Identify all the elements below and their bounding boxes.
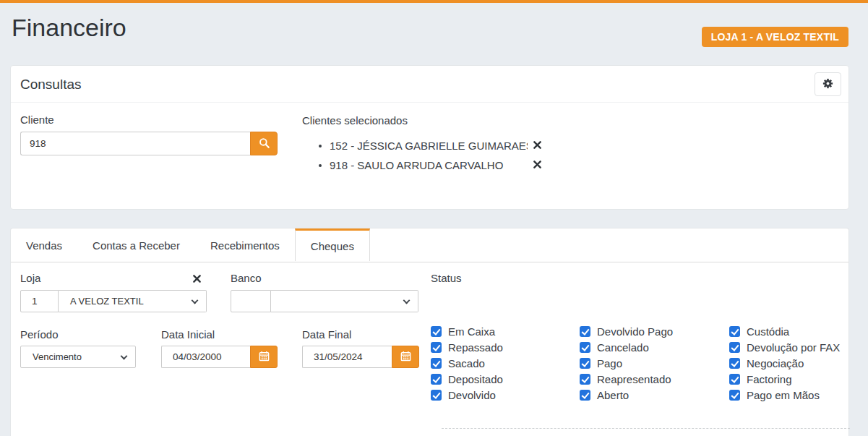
status-option[interactable]: Pago em Mãos xyxy=(729,390,840,401)
status-option[interactable]: Repassado xyxy=(431,342,503,353)
calendar-icon xyxy=(259,351,270,364)
checkbox-checked-icon[interactable] xyxy=(729,326,740,337)
calendar-icon xyxy=(400,351,411,364)
selected-client-item: 918 - SAULO ARRUDA CARVALHO xyxy=(319,155,541,175)
loja-select-value: A VELOZ TEXTIL xyxy=(70,296,144,307)
checkbox-checked-icon[interactable] xyxy=(580,358,590,369)
chevron-down-icon xyxy=(403,296,411,304)
chevron-down-icon xyxy=(192,296,199,304)
periodo-select-value: Vencimento xyxy=(33,351,82,362)
loja-field-group: A VELOZ TEXTIL xyxy=(20,290,207,312)
data-final-label: Data Final xyxy=(302,328,351,341)
status-option[interactable]: Devolução por FAX xyxy=(729,342,840,353)
settings-button[interactable] xyxy=(815,72,841,96)
data-final-calendar-button[interactable] xyxy=(392,346,419,368)
selected-client-label: 152 - JÉSSICA GABRIELLE GUIMARAES ... xyxy=(330,140,528,152)
cliente-search-button[interactable] xyxy=(250,132,278,155)
status-option[interactable]: Depositado xyxy=(431,374,503,385)
data-inicial-label: Data Inicial xyxy=(161,328,215,341)
clientes-selecionados-label: Clientes selecionados xyxy=(302,114,408,127)
checkbox-checked-icon[interactable] xyxy=(431,342,442,353)
remove-client-button[interactable] xyxy=(533,160,541,171)
checkbox-checked-icon[interactable] xyxy=(431,390,442,401)
checkbox-checked-icon[interactable] xyxy=(729,342,740,353)
checkbox-checked-icon[interactable] xyxy=(431,326,442,337)
tab-recebimentos[interactable]: Recebimentos xyxy=(195,228,295,262)
store-badge[interactable]: LOJA 1 - A VELOZ TEXTIL xyxy=(702,27,848,47)
checkbox-checked-icon[interactable] xyxy=(431,358,442,369)
consultas-title: Consultas xyxy=(20,66,82,103)
selected-client-item: 152 - JÉSSICA GABRIELLE GUIMARAES ... xyxy=(319,136,541,155)
tab-vendas[interactable]: Vendas xyxy=(11,228,77,262)
close-icon xyxy=(533,140,541,151)
consultas-panel-header: Consultas xyxy=(11,66,848,103)
status-option[interactable]: Factoring xyxy=(729,374,840,385)
checkbox-checked-icon[interactable] xyxy=(729,374,740,385)
status-column-3: Custódia Devolução por FAX Negociação Fa… xyxy=(729,326,840,406)
banco-select[interactable] xyxy=(271,290,418,312)
checkbox-checked-icon[interactable] xyxy=(580,326,590,337)
chevron-down-icon xyxy=(121,352,128,359)
top-accent-bar xyxy=(0,0,868,3)
periodo-select[interactable]: Vencimento xyxy=(20,346,136,368)
checkbox-checked-icon[interactable] xyxy=(431,374,442,385)
banco-code-input[interactable] xyxy=(231,290,271,312)
remove-client-button[interactable] xyxy=(533,140,541,151)
loja-select[interactable]: A VELOZ TEXTIL xyxy=(59,290,207,312)
status-option[interactable]: Custódia xyxy=(729,326,840,337)
status-column-1: Em Caixa Repassado Sacado Depositado Dev… xyxy=(431,326,503,406)
periodo-label: Período xyxy=(20,328,59,341)
status-option[interactable]: Sacado xyxy=(431,358,503,369)
bullet-icon xyxy=(319,164,322,167)
banco-field-group xyxy=(231,290,418,312)
status-option[interactable]: Pago xyxy=(580,358,673,369)
filters-panel: Vendas Contas a Receber Recebimentos Che… xyxy=(10,228,849,436)
status-option[interactable]: Negociação xyxy=(729,358,840,369)
checkbox-checked-icon[interactable] xyxy=(580,342,590,353)
status-option[interactable]: Aberto xyxy=(580,390,673,401)
close-icon xyxy=(193,274,201,285)
selected-client-label: 918 - SAULO ARRUDA CARVALHO xyxy=(330,159,528,171)
loja-label: Loja xyxy=(20,272,40,284)
bullet-icon xyxy=(319,145,322,148)
checkbox-checked-icon[interactable] xyxy=(729,390,740,401)
status-option[interactable]: Reapresentado xyxy=(580,374,673,385)
loja-clear-button[interactable] xyxy=(193,274,201,285)
dashed-separator xyxy=(442,428,850,429)
cheques-tab-content: Loja A VELOZ TEXTIL Banco Status Em Caix… xyxy=(11,262,848,436)
status-option[interactable]: Devolvido xyxy=(431,390,503,401)
status-column-2: Devolvido Pago Cancelado Pago Reapresent… xyxy=(580,326,673,406)
consultas-panel: Consultas Cliente xyxy=(10,65,849,210)
tab-cheques[interactable]: Cheques xyxy=(295,228,370,261)
loja-code-input[interactable] xyxy=(20,290,59,312)
status-option[interactable]: Devolvido Pago xyxy=(580,326,673,337)
gear-icon xyxy=(822,77,834,92)
data-inicial-group xyxy=(161,346,278,368)
cliente-input[interactable] xyxy=(20,132,250,155)
data-final-input[interactable] xyxy=(302,346,392,368)
search-icon xyxy=(259,137,270,150)
status-option[interactable]: Em Caixa xyxy=(431,326,503,337)
tab-bar: Vendas Contas a Receber Recebimentos Che… xyxy=(11,228,848,262)
data-final-group xyxy=(302,346,419,368)
checkbox-checked-icon[interactable] xyxy=(729,358,740,369)
status-label: Status xyxy=(431,272,462,284)
banco-label: Banco xyxy=(231,272,262,284)
checkbox-checked-icon[interactable] xyxy=(580,390,590,401)
cliente-search-group xyxy=(20,132,278,155)
checkbox-checked-icon[interactable] xyxy=(580,374,590,385)
cliente-label: Cliente xyxy=(20,114,54,126)
tab-contas-a-receber[interactable]: Contas a Receber xyxy=(77,228,195,262)
data-inicial-calendar-button[interactable] xyxy=(250,346,278,368)
status-option[interactable]: Cancelado xyxy=(580,342,673,353)
data-inicial-input[interactable] xyxy=(161,346,250,368)
close-icon xyxy=(533,160,541,171)
selected-clients-list: 152 - JÉSSICA GABRIELLE GUIMARAES ... 91… xyxy=(319,136,541,175)
page-title: Financeiro xyxy=(12,12,126,43)
